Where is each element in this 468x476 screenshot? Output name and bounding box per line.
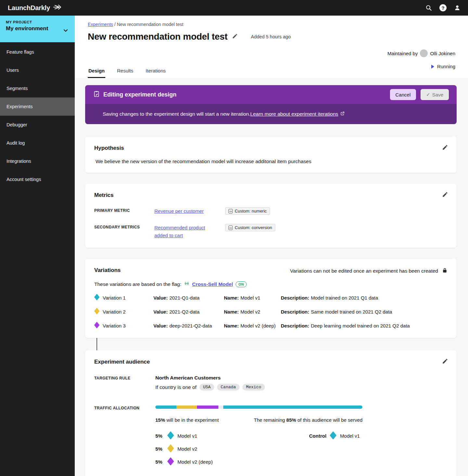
flag-on-badge: ON bbox=[236, 281, 247, 287]
metrics-card: Metrics PRIMARY METRIC Revenue per custo… bbox=[85, 184, 457, 248]
variation-name: Variation 3 bbox=[103, 323, 126, 328]
hypothesis-card: Hypothesis We believe the new version of… bbox=[85, 136, 457, 173]
breadcrumb-current: New recommendation model test bbox=[117, 22, 183, 27]
bar-segment-gap bbox=[218, 405, 223, 409]
sidebar-item-segments[interactable]: Segments bbox=[0, 79, 75, 97]
user-account-icon[interactable] bbox=[454, 4, 461, 11]
tab-bar: Design Results Iterations bbox=[88, 65, 166, 78]
sidebar-nav: Feature flags Users Segments Experiments… bbox=[0, 42, 75, 188]
variation-row: Variation 1 Value:2021-Q1-data Name:Mode… bbox=[94, 294, 448, 302]
hypothesis-title: Hypothesis bbox=[94, 145, 448, 151]
variation-2-diamond-icon bbox=[94, 308, 99, 315]
sidebar-item-audit-log[interactable]: Audit log bbox=[0, 134, 75, 152]
bar-segment-model-v2-deep bbox=[197, 405, 218, 409]
added-timestamp: Added 5 hours ago bbox=[251, 34, 291, 39]
tab-design[interactable]: Design bbox=[88, 65, 105, 78]
variation-description: Deep learning model trained on 2021 Q2 d… bbox=[311, 323, 410, 328]
allocation-label: Model v2 (deep) bbox=[177, 459, 213, 465]
audience-title: Experiment audience bbox=[94, 359, 448, 365]
tab-results[interactable]: Results bbox=[116, 65, 134, 78]
experiment-percentage-text: 15% will be in the experiment bbox=[155, 417, 254, 423]
banner-message: Saving changes to the experiment design … bbox=[103, 111, 250, 117]
status-text: Running bbox=[437, 64, 455, 69]
sidebar: MY PROJECT My environment Feature flags … bbox=[0, 16, 75, 476]
sidebar-item-feature-flags[interactable]: Feature flags bbox=[0, 43, 75, 61]
page-title: New recommendation model test bbox=[88, 32, 228, 42]
secondary-metrics-label: SECONDARY METRICS bbox=[94, 224, 154, 229]
edit-audience-icon[interactable] bbox=[442, 358, 448, 366]
variation-description: Model trained on 2021 Q1 data bbox=[311, 295, 378, 301]
targeting-rule-label: TARGETING RULE bbox=[94, 375, 155, 391]
control-name: Model v1 bbox=[340, 433, 360, 439]
variation-model-name: Model v2 (deep) bbox=[240, 323, 276, 328]
variation-model-name: Model v2 bbox=[240, 309, 260, 315]
secondary-metric-link[interactable]: Recommended product added to cart bbox=[154, 224, 209, 239]
variation-value: 2021-Q2-data bbox=[169, 309, 200, 315]
check-icon: ✓ bbox=[426, 92, 430, 97]
primary-metric-badge: ‹› Custom: numeric bbox=[225, 207, 270, 215]
edit-title-icon[interactable] bbox=[232, 33, 238, 40]
remaining-percentage-text: The remaining 85% of this audience will … bbox=[254, 417, 362, 423]
sidebar-item-experiments[interactable]: Experiments bbox=[0, 97, 75, 116]
variation-model-name: Model v1 bbox=[240, 295, 260, 301]
edit-hypothesis-icon[interactable] bbox=[442, 144, 448, 152]
banner-title: Editing experiment design bbox=[103, 91, 176, 98]
content-area: Editing experiment design Cancel ✓ Save … bbox=[75, 78, 468, 476]
allocation-label: Model v2 bbox=[177, 446, 197, 452]
allocation-row: 5% Model v2 bbox=[155, 444, 448, 453]
environment-switcher[interactable]: MY PROJECT My environment bbox=[0, 16, 75, 42]
clipboard-edit-icon bbox=[93, 90, 100, 99]
code-icon: ‹› bbox=[228, 225, 233, 230]
traffic-allocation-label: TRAFFIC ALLOCATION bbox=[94, 405, 155, 470]
experiment-audience-card: Experiment audience TARGETING RULE North… bbox=[85, 350, 457, 476]
status-badge: Running bbox=[387, 64, 455, 69]
breadcrumb-experiments-link[interactable]: Experiments bbox=[88, 22, 113, 27]
lock-icon bbox=[442, 267, 448, 275]
running-play-icon bbox=[431, 65, 434, 69]
targeting-rule-name: North American Customers bbox=[155, 375, 448, 381]
primary-metric-link[interactable]: Revenue per customer bbox=[154, 207, 204, 215]
allocation-diamond-icon bbox=[167, 431, 174, 441]
maintained-by-label: Maintained by bbox=[387, 51, 418, 56]
sidebar-item-users[interactable]: Users bbox=[0, 61, 75, 79]
allocation-label: Model v1 bbox=[177, 433, 197, 439]
environment-name: My environment bbox=[6, 25, 48, 32]
app-logo[interactable]: LaunchDarkly bbox=[8, 3, 62, 12]
variation-row: Variation 3 Value:deep-2021-Q2-data Name… bbox=[94, 322, 448, 329]
edit-metrics-icon[interactable] bbox=[442, 191, 448, 199]
external-link-icon bbox=[340, 111, 345, 117]
variation-row: Variation 2 Value:2021-Q2-data Name:Mode… bbox=[94, 308, 448, 315]
maintainer-name: Olli Jokinen bbox=[430, 51, 455, 56]
variation-name: Variation 1 bbox=[103, 295, 126, 301]
help-icon[interactable]: ? bbox=[439, 4, 447, 11]
variation-description: Same model trained on 2021 Q2 data bbox=[311, 309, 392, 315]
sidebar-item-debugger[interactable]: Debugger bbox=[0, 116, 75, 134]
flag-link[interactable]: Cross-Sell Model bbox=[192, 281, 233, 287]
metrics-title: Metrics bbox=[94, 192, 448, 199]
control-label: Control bbox=[309, 433, 326, 439]
flag-intro-text: These variations are based on the flag: bbox=[94, 281, 181, 287]
chevron-down-icon bbox=[62, 20, 69, 35]
cancel-button[interactable]: Cancel bbox=[390, 89, 416, 100]
bar-segment-control bbox=[223, 405, 362, 409]
breadcrumb: Experiments / New recommendation model t… bbox=[88, 22, 457, 27]
tab-iterations[interactable]: Iterations bbox=[145, 65, 166, 78]
save-button[interactable]: ✓ Save bbox=[421, 89, 449, 100]
allocation-percentage: 5% bbox=[155, 459, 164, 465]
country-pill: USA bbox=[200, 384, 214, 391]
allocation-percentage: 5% bbox=[155, 433, 164, 439]
allocation-row: 5% Model v2 (deep) bbox=[155, 457, 448, 466]
control-group: Control Model v1 bbox=[309, 431, 360, 441]
variation-3-diamond-icon bbox=[94, 322, 99, 329]
search-icon[interactable] bbox=[425, 4, 432, 11]
bar-segment-model-v2 bbox=[176, 405, 197, 409]
project-label: MY PROJECT bbox=[6, 20, 48, 24]
sidebar-item-account-settings[interactable]: Account settings bbox=[0, 170, 75, 188]
learn-more-link[interactable]: Learn more about experiment iterations bbox=[250, 111, 338, 117]
app-logo-text: LaunchDarkly bbox=[8, 4, 50, 12]
sidebar-item-integrations[interactable]: Integrations bbox=[0, 152, 75, 170]
variation-name: Variation 2 bbox=[103, 309, 126, 315]
variation-value: 2021-Q1-data bbox=[169, 295, 200, 301]
variations-locked-note: Variations can not be edited once an exp… bbox=[290, 267, 448, 275]
hypothesis-text: We believe the new version of the recomm… bbox=[94, 159, 448, 164]
